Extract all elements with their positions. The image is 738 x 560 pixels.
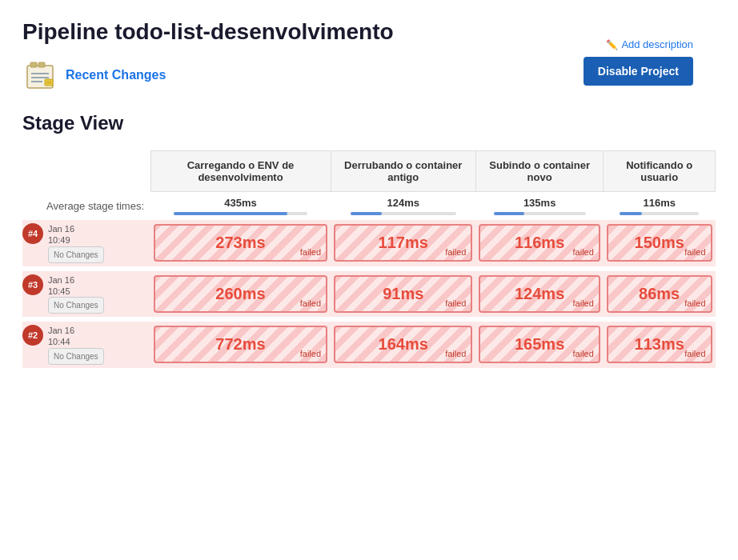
progress-bar-1 [174,212,287,215]
stage-time-2-1: 772ms [162,335,319,354]
stage-cell-wrapper-3-3: 124ms failed [475,271,603,318]
stage-view-title: Stage View [22,112,716,134]
build-badge-2[interactable]: #2 [22,325,43,346]
stage-cell-wrapper-4-1: 273ms failed [150,220,331,266]
build-badge-3[interactable]: #3 [22,274,43,295]
build-info-2: #2 Jan 16 10:44 No Changes [22,322,150,368]
stage-cell-wrapper-4-4: 150ms failed [604,220,716,266]
build-row-2: #2 Jan 16 10:44 No Changes 772ms failed [22,322,716,368]
build-date-time-4: Jan 16 10:49 No Changes [48,223,104,263]
stage-cell-2-2[interactable]: 164ms failed [334,326,472,363]
col-header-1: Carregando o ENV de desenvolvimento [150,151,331,192]
stage-cell-3-2[interactable]: 91ms failed [334,275,472,313]
progress-bar-container-3 [494,212,586,215]
stage-status-3-4: failed [684,298,705,308]
add-description-label: Add description [621,38,693,50]
pencil-icon: ✏️ [606,39,618,50]
stage-cell-4-1[interactable]: 273ms failed [154,224,327,262]
top-actions: ✏️ Add description Disable Project [584,38,693,86]
stage-status-3-1: failed [300,298,321,308]
build-badge-4[interactable]: #4 [22,223,43,244]
build-date-3: Jan 16 10:45 [48,274,104,298]
avg-time-3: 135ms [475,192,603,221]
build-meta-4: #4 Jan 16 10:49 No Changes [22,223,147,263]
no-changes-btn-3[interactable]: No Changes [48,297,104,314]
stage-status-2-2: failed [445,349,466,358]
stage-cell-wrapper-2-1: 772ms failed [150,322,331,368]
stage-cell-2-4[interactable]: 113ms failed [607,326,712,363]
stage-time-3-1: 260ms [162,285,319,303]
svg-rect-6 [45,79,53,86]
avg-label: Average stage times: [22,192,150,221]
stage-status-3-2: failed [445,298,466,308]
stage-cell-wrapper-2-3: 165ms failed [475,322,603,368]
stage-cell-4-4[interactable]: 150ms failed [607,224,712,262]
stage-cell-3-1[interactable]: 260ms failed [154,275,327,313]
stage-cell-3-4[interactable]: 86ms failed [607,275,712,313]
build-meta-3: #3 Jan 16 10:45 No Changes [22,274,147,314]
build-date-time-2: Jan 16 10:44 No Changes [48,325,104,365]
svg-rect-2 [38,62,45,67]
stage-status-4-2: failed [445,247,466,257]
stage-time-4-1: 273ms [162,234,319,252]
build-row-3: #3 Jan 16 10:45 No Changes 260ms failed [22,271,716,318]
stage-cell-wrapper-4-3: 116ms failed [475,220,603,266]
col-header-3: Subindo o container novo [475,151,603,192]
avg-time-1: 435ms [150,192,331,221]
disable-project-button[interactable]: Disable Project [584,57,693,86]
stage-status-2-1: failed [300,349,321,358]
recent-changes-icon [22,58,58,93]
stage-status-4-3: failed [573,247,594,257]
average-times-row: Average stage times: 435ms 124ms 135ms [22,192,716,221]
col-header-2: Derrubando o container antigo [331,151,475,192]
stage-cell-wrapper-3-1: 260ms failed [150,271,331,318]
stage-cell-wrapper-4-2: 117ms failed [331,220,475,266]
stage-cell-2-1[interactable]: 772ms failed [154,326,327,363]
stage-cell-2-3[interactable]: 165ms failed [479,326,600,363]
stage-table: Carregando o ENV de desenvolvimento Derr… [22,150,716,368]
progress-bar-container-2 [351,212,456,215]
stage-cell-4-2[interactable]: 117ms failed [334,224,472,262]
stage-status-4-1: failed [300,247,321,257]
build-info-3: #3 Jan 16 10:45 No Changes [22,271,150,318]
stage-cell-wrapper-2-2: 164ms failed [331,322,475,368]
col-header-4: Notificando o usuario [604,151,716,192]
progress-bar-container-1 [174,212,307,215]
stage-status-4-4: failed [684,247,705,257]
stage-status-3-3: failed [573,298,594,308]
progress-bar-container-4 [620,212,699,215]
recent-changes-label: Recent Changes [66,68,166,82]
stage-cell-wrapper-2-4: 113ms failed [604,322,716,368]
build-date-4: Jan 16 10:49 [48,223,104,246]
no-changes-btn-2[interactable]: No Changes [48,348,104,365]
build-date-2: Jan 16 10:44 [48,325,104,348]
add-description-link[interactable]: ✏️ Add description [606,38,693,50]
no-changes-btn-4[interactable]: No Changes [48,246,104,263]
avg-time-2: 124ms [331,192,475,221]
svg-rect-1 [30,62,37,67]
stage-status-2-3: failed [573,349,594,358]
stage-cell-wrapper-3-4: 86ms failed [604,271,716,318]
build-row-4: #4 Jan 16 10:49 No Changes 273ms failed [22,220,716,266]
stage-cell-3-3[interactable]: 124ms failed [479,275,600,313]
progress-bar-3 [494,212,524,215]
progress-bar-2 [351,212,383,215]
avg-time-4: 116ms [604,192,716,221]
stage-status-2-4: failed [684,349,705,358]
build-info-4: #4 Jan 16 10:49 No Changes [22,220,150,266]
column-header-row: Carregando o ENV de desenvolvimento Derr… [22,151,716,192]
empty-header [22,151,150,192]
build-date-time-3: Jan 16 10:45 No Changes [48,274,104,314]
build-meta-2: #2 Jan 16 10:44 No Changes [22,325,147,365]
progress-bar-4 [620,212,642,215]
stage-cell-4-3[interactable]: 116ms failed [479,224,600,262]
stage-cell-wrapper-3-2: 91ms failed [331,271,475,318]
